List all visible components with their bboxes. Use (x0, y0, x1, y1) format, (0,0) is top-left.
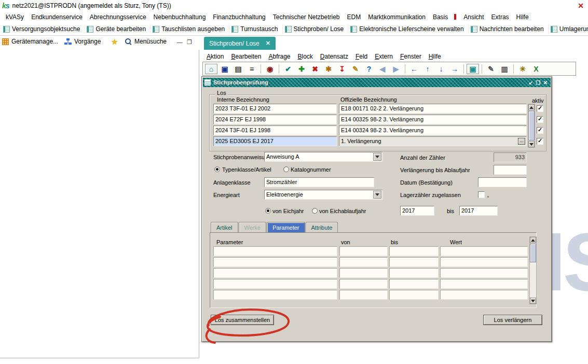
parameter-cell[interactable] (213, 290, 337, 300)
interne-bezeichnung-field[interactable]: 2024 E72F EJ 1998 (213, 115, 337, 124)
save-icon[interactable]: ▣ (218, 64, 231, 74)
count-query-icon[interactable]: ✱ (322, 64, 335, 74)
edit-icon[interactable]: ✎ (485, 64, 497, 74)
report-icon[interactable]: ≡ (245, 64, 258, 74)
energieart-select[interactable]: Elektroenergie (264, 190, 382, 200)
bis-cell[interactable] (389, 268, 439, 278)
typenklasse-radio-label[interactable]: Typenklasse/Artikel (222, 166, 271, 173)
von-eichablaufjahr-radio[interactable] (312, 208, 318, 214)
next-block-icon[interactable]: ▶ (390, 64, 402, 74)
los-zusammenstellen-button[interactable]: Los zusammenstellen (211, 315, 274, 325)
verlaengerung-field[interactable] (494, 165, 527, 175)
window-close-icon[interactable]: ✕ (578, 2, 584, 10)
parameter-cell[interactable] (213, 257, 337, 267)
window-icon[interactable]: ▣ (467, 64, 479, 74)
los-row[interactable]: 2024 T3F-01 EJ 1998 E14 00324 98-2 3. Ve… (213, 125, 545, 136)
von-cell[interactable] (339, 246, 388, 256)
restore-button[interactable]: ❒ (535, 79, 542, 86)
dialog-tab[interactable]: Artikel (211, 222, 238, 232)
wert-cell[interactable] (440, 279, 528, 289)
los-row[interactable]: 2024 E72F EJ 1998 E14 00325 98-2 3. Verl… (213, 115, 545, 125)
los-row[interactable]: 2025 ED300S EJ 2017 1. Verlängerung ... (213, 136, 545, 147)
von-cell[interactable] (339, 279, 388, 289)
edit-record-icon[interactable]: ✎ (349, 64, 362, 74)
menu-item[interactable]: Nebenbuchhaltung (150, 12, 210, 22)
excel-icon[interactable]: X (530, 64, 542, 74)
quicklaunch-item[interactable]: Geräte bearbeiten (85, 24, 151, 34)
bis-cell[interactable] (389, 246, 439, 256)
wert-cell[interactable] (440, 290, 528, 300)
forms-menu-item[interactable]: Feld (352, 52, 371, 61)
wert-cell[interactable] (440, 268, 528, 278)
eichjahr-von-field[interactable]: 2017 (400, 206, 434, 216)
offizielle-bezeichnung-field[interactable]: E18 00171 02-2 2. Verlängerung (339, 104, 527, 114)
nav-up-icon[interactable]: ↑ (421, 64, 434, 74)
wert-cell[interactable] (440, 257, 528, 267)
ellipsis-button[interactable]: ... (518, 138, 525, 145)
scrollbar-thumb[interactable] (530, 244, 536, 262)
von-eichablaufjahr-radio-label[interactable]: von Eichablaufjahr (319, 208, 366, 214)
mdi-restore-button[interactable]: ❒ (185, 38, 194, 47)
menu-item[interactable]: Technischer Netzbetrieb (269, 12, 344, 22)
menuesuche-button[interactable]: Menüsuche (125, 38, 167, 45)
von-cell[interactable] (339, 268, 388, 278)
anlagenklasse-field[interactable]: Stromzähler (264, 177, 374, 187)
tab-close-icon[interactable]: ✕ (266, 40, 270, 47)
quicklaunch-item[interactable]: Versorgungsobjektsuche (1, 24, 85, 34)
forms-menu-item[interactable]: Datensatz (317, 52, 352, 61)
katalognummer-radio[interactable] (283, 166, 289, 172)
bis-cell[interactable] (389, 257, 439, 267)
los-verlaengern-button[interactable]: Los verlängern (483, 315, 542, 325)
mdi-minimize-button[interactable]: — (175, 38, 184, 47)
forms-menu-item[interactable]: Bearbeiten (227, 52, 265, 61)
nav-down-icon[interactable]: ↓ (435, 64, 447, 74)
vorgaenge-button[interactable]: Vorgänge (64, 38, 101, 45)
enter-query-icon[interactable]: ✔ (282, 64, 294, 74)
clipboard-icon[interactable]: ▥ (498, 64, 511, 74)
geraetemanager-button[interactable]: Gerätemanage... (2, 38, 58, 45)
menu-item[interactable]: Basis (429, 12, 460, 22)
interne-bezeichnung-field[interactable]: 2024 T3F-01 EJ 1998 (213, 125, 337, 135)
menu-item[interactable]: Marktkommunikation (364, 12, 429, 22)
favorites-star-icon[interactable]: ★ (111, 37, 118, 47)
lagerzaehler-checkbox[interactable] (478, 191, 485, 198)
dialog-tab[interactable]: Attribute (306, 222, 338, 232)
exit-icon[interactable]: ⌂ (205, 64, 217, 74)
von-cell[interactable] (339, 257, 388, 267)
dialog-tab[interactable]: Parameter (267, 222, 305, 232)
menu-item[interactable]: Hilfe (513, 12, 532, 22)
parameter-cell[interactable] (213, 246, 337, 256)
chevron-down-icon[interactable] (373, 153, 381, 161)
chevron-down-icon[interactable] (373, 191, 381, 199)
minimize-button[interactable]: ↙ (527, 79, 535, 86)
keys-icon[interactable]: ✳ (516, 64, 529, 74)
tab-stichproben-lose[interactable]: Stichproben/ Lose ✕ (204, 37, 276, 50)
scroll-down-icon[interactable] (530, 298, 536, 304)
menu-item[interactable]: kVASy (2, 12, 28, 22)
nav-left-icon[interactable]: ← (408, 64, 420, 74)
quicklaunch-item[interactable]: Tauschlisten ausgeben (151, 24, 229, 34)
quicklaunch-item[interactable]: Umlagerung (549, 24, 588, 34)
quicklaunch-item[interactable]: Stichproben/ Lose (283, 24, 349, 34)
aktiv-checkbox[interactable] (537, 127, 543, 134)
search-icon[interactable]: ◉ (264, 64, 276, 74)
menu-item[interactable]: Finanzbuchhaltung (209, 12, 269, 22)
forms-menu-item[interactable]: Aktion (203, 52, 227, 61)
aktiv-checkbox[interactable] (537, 138, 543, 145)
delete-record-icon[interactable]: ✖ (309, 64, 321, 74)
stichprobenanweisung-select[interactable]: Anweisung A (264, 152, 382, 162)
dialog-tab[interactable]: Werke (239, 222, 267, 232)
offizielle-bezeichnung-field[interactable]: E14 00325 98-2 3. Verlängerung (339, 115, 527, 124)
katalognummer-radio-label[interactable]: Katalognummer (291, 166, 331, 173)
parameter-cell[interactable] (213, 279, 337, 289)
menu-item[interactable]: Abrechnungsservice (86, 12, 150, 22)
interne-bezeichnung-field[interactable]: 2023 T3F-01 EJ 2002 (213, 104, 337, 114)
help-icon[interactable]: ? (363, 64, 375, 74)
forms-menu-item[interactable]: Block (294, 52, 316, 61)
von-cell[interactable] (339, 290, 388, 300)
forms-menu-item[interactable]: Hilfe (425, 52, 445, 61)
close-button[interactable]: ✕ (542, 79, 549, 86)
forms-menu-item[interactable]: Extern (371, 52, 396, 61)
parameter-cell[interactable] (213, 268, 337, 278)
aktiv-checkbox[interactable] (537, 105, 543, 112)
